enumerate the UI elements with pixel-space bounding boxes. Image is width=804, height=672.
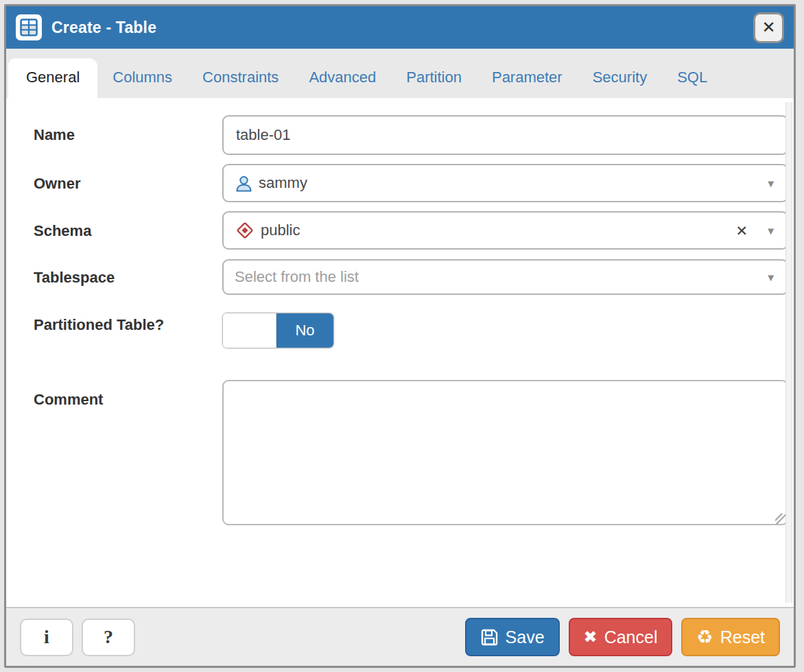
action-button-group: Save ✖ Cancel ♻ Reset bbox=[465, 618, 780, 656]
partitioned-toggle[interactable]: No bbox=[222, 313, 334, 348]
toggle-state-label: No bbox=[276, 313, 333, 348]
tab-parameter[interactable]: Parameter bbox=[477, 58, 578, 98]
general-tab-panel: Name Owner sammy ▼ Schema bbox=[6, 98, 794, 607]
tab-partition[interactable]: Partition bbox=[391, 58, 477, 98]
name-input[interactable] bbox=[222, 115, 788, 155]
save-label: Save bbox=[506, 627, 545, 647]
tab-general[interactable]: General bbox=[8, 58, 97, 98]
recycle-icon: ♻ bbox=[696, 628, 713, 647]
dialog-footer: i ? Save ✖ Cancel ♻ bbox=[6, 607, 794, 666]
tab-constraints[interactable]: Constraints bbox=[187, 58, 294, 98]
comment-label: Comment bbox=[34, 380, 222, 411]
close-icon: ✕ bbox=[761, 18, 775, 37]
tablespace-placeholder: Select from the list bbox=[235, 268, 359, 286]
cancel-x-icon: ✖ bbox=[584, 629, 598, 645]
partitioned-label: Partitioned Table? bbox=[34, 309, 222, 336]
info-icon: i bbox=[44, 626, 49, 648]
comment-field-wrap bbox=[222, 380, 788, 528]
tab-columns[interactable]: Columns bbox=[97, 58, 187, 98]
schema-label: Schema bbox=[34, 211, 222, 242]
chevron-down-icon: ▼ bbox=[766, 178, 776, 189]
schema-select[interactable]: public ✕ ▼ bbox=[222, 211, 788, 250]
name-field-wrap bbox=[222, 115, 788, 155]
name-label: Name bbox=[34, 115, 222, 146]
chevron-down-icon: ▼ bbox=[766, 226, 776, 236]
owner-value: sammy bbox=[259, 174, 307, 192]
tab-sql[interactable]: SQL bbox=[662, 58, 722, 98]
create-table-dialog: Create - Table ✕ General Columns Constra… bbox=[4, 4, 796, 668]
reset-label: Reset bbox=[720, 627, 765, 647]
owner-select[interactable]: sammy ▼ bbox=[222, 164, 788, 202]
dialog-titlebar: Create - Table ✕ bbox=[6, 6, 794, 49]
close-button[interactable]: ✕ bbox=[753, 12, 784, 43]
user-icon bbox=[235, 174, 253, 193]
save-button[interactable]: Save bbox=[465, 618, 560, 656]
table-icon bbox=[16, 14, 42, 40]
comment-textarea[interactable] bbox=[222, 380, 788, 525]
help-button[interactable]: ? bbox=[82, 619, 135, 656]
tablespace-label: Tablespace bbox=[34, 259, 222, 289]
save-icon bbox=[480, 628, 499, 647]
sql-info-button[interactable]: i bbox=[20, 619, 73, 656]
cancel-button[interactable]: ✖ Cancel bbox=[569, 618, 673, 656]
cancel-label: Cancel bbox=[604, 627, 658, 647]
schema-icon bbox=[235, 220, 255, 241]
tablespace-select[interactable]: Select from the list ▼ bbox=[222, 259, 788, 295]
dialog-title: Create - Table bbox=[51, 19, 156, 37]
tab-security[interactable]: Security bbox=[578, 58, 662, 98]
tab-advanced[interactable]: Advanced bbox=[294, 58, 391, 98]
general-form: Name Owner sammy ▼ Schema bbox=[34, 115, 788, 528]
dialog-tabstrip: General Columns Constraints Advanced Par… bbox=[6, 49, 794, 98]
panel-scrollbar[interactable] bbox=[785, 102, 792, 603]
clear-icon[interactable]: ✕ bbox=[736, 224, 748, 238]
partitioned-toggle-wrap: No bbox=[222, 309, 788, 348]
help-icon: ? bbox=[104, 626, 113, 648]
reset-button[interactable]: ♻ Reset bbox=[681, 618, 780, 656]
chevron-down-icon: ▼ bbox=[766, 272, 776, 283]
owner-label: Owner bbox=[34, 164, 222, 195]
schema-value: public bbox=[261, 221, 300, 239]
toggle-off-side bbox=[223, 313, 276, 348]
